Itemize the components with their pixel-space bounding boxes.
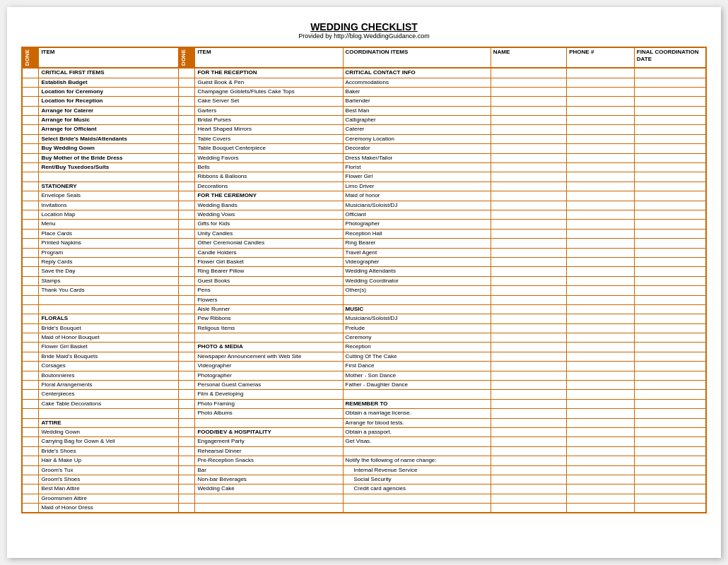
phone-cell[interactable] xyxy=(567,78,635,87)
final-cell[interactable] xyxy=(634,295,706,304)
done-cell-1[interactable] xyxy=(22,276,39,285)
phone-cell[interactable] xyxy=(567,97,635,106)
final-cell[interactable] xyxy=(634,68,706,78)
done-cell-2[interactable] xyxy=(178,456,195,465)
phone-cell[interactable] xyxy=(567,475,635,484)
done-cell-2[interactable] xyxy=(178,504,195,513)
done-cell-2[interactable] xyxy=(178,220,195,229)
name-cell[interactable] xyxy=(491,352,567,361)
done-cell-1[interactable] xyxy=(22,437,39,446)
final-cell[interactable] xyxy=(634,144,706,153)
final-cell[interactable] xyxy=(634,409,706,418)
done-cell-2[interactable] xyxy=(178,304,195,314)
done-cell-2[interactable] xyxy=(178,494,195,503)
phone-cell[interactable] xyxy=(567,220,635,229)
final-cell[interactable] xyxy=(634,494,706,503)
phone-cell[interactable] xyxy=(567,106,635,115)
final-cell[interactable] xyxy=(634,304,706,314)
done-cell-2[interactable] xyxy=(178,134,195,143)
name-cell[interactable] xyxy=(491,314,567,323)
done-cell-1[interactable] xyxy=(22,504,39,513)
final-cell[interactable] xyxy=(634,362,706,371)
name-cell[interactable] xyxy=(491,125,567,134)
name-cell[interactable] xyxy=(491,257,567,266)
name-cell[interactable] xyxy=(491,68,567,78)
final-cell[interactable] xyxy=(634,172,706,182)
name-cell[interactable] xyxy=(491,343,567,352)
name-cell[interactable] xyxy=(491,295,567,304)
done-cell-1[interactable] xyxy=(22,182,39,191)
phone-cell[interactable] xyxy=(567,504,635,513)
name-cell[interactable] xyxy=(491,504,567,513)
name-cell[interactable] xyxy=(491,418,567,427)
final-cell[interactable] xyxy=(634,399,706,408)
done-cell-1[interactable] xyxy=(22,446,39,456)
done-cell-2[interactable] xyxy=(178,381,195,390)
final-cell[interactable] xyxy=(634,239,706,248)
done-cell-1[interactable] xyxy=(22,295,39,304)
done-cell-1[interactable] xyxy=(22,210,39,219)
final-cell[interactable] xyxy=(634,210,706,219)
name-cell[interactable] xyxy=(491,78,567,87)
phone-cell[interactable] xyxy=(567,343,635,352)
final-cell[interactable] xyxy=(634,134,706,143)
phone-cell[interactable] xyxy=(567,333,635,343)
done-cell-1[interactable] xyxy=(22,314,39,323)
done-cell-2[interactable] xyxy=(178,276,195,285)
name-cell[interactable] xyxy=(491,182,567,191)
phone-cell[interactable] xyxy=(567,295,635,304)
done-cell-1[interactable] xyxy=(22,267,39,276)
phone-cell[interactable] xyxy=(567,210,635,219)
final-cell[interactable] xyxy=(634,257,706,266)
name-cell[interactable] xyxy=(491,172,567,182)
name-cell[interactable] xyxy=(491,229,567,238)
phone-cell[interactable] xyxy=(567,418,635,427)
name-cell[interactable] xyxy=(491,144,567,153)
final-cell[interactable] xyxy=(634,323,706,333)
done-cell-1[interactable] xyxy=(22,68,39,78)
name-cell[interactable] xyxy=(491,323,567,333)
final-cell[interactable] xyxy=(634,352,706,361)
done-cell-2[interactable] xyxy=(178,418,195,427)
final-cell[interactable] xyxy=(634,446,706,456)
final-cell[interactable] xyxy=(634,456,706,465)
done-cell-2[interactable] xyxy=(178,484,195,494)
done-cell-2[interactable] xyxy=(178,106,195,115)
final-cell[interactable] xyxy=(634,201,706,210)
phone-cell[interactable] xyxy=(567,248,635,257)
phone-cell[interactable] xyxy=(567,427,635,436)
final-cell[interactable] xyxy=(634,116,706,125)
done-cell-1[interactable] xyxy=(22,239,39,248)
done-cell-1[interactable] xyxy=(22,484,39,494)
final-cell[interactable] xyxy=(634,87,706,96)
done-cell-2[interactable] xyxy=(178,163,195,172)
done-cell-2[interactable] xyxy=(178,409,195,418)
done-cell-2[interactable] xyxy=(178,210,195,219)
name-cell[interactable] xyxy=(491,475,567,484)
done-cell-2[interactable] xyxy=(178,437,195,446)
phone-cell[interactable] xyxy=(567,276,635,285)
name-cell[interactable] xyxy=(491,201,567,210)
phone-cell[interactable] xyxy=(567,484,635,494)
done-cell-2[interactable] xyxy=(178,314,195,323)
done-cell-2[interactable] xyxy=(178,475,195,484)
phone-cell[interactable] xyxy=(567,153,635,162)
done-cell-2[interactable] xyxy=(178,267,195,276)
done-cell-1[interactable] xyxy=(22,116,39,125)
done-cell-2[interactable] xyxy=(178,144,195,153)
done-cell-2[interactable] xyxy=(178,323,195,333)
phone-cell[interactable] xyxy=(567,116,635,125)
done-cell-2[interactable] xyxy=(178,257,195,266)
done-cell-2[interactable] xyxy=(178,201,195,210)
done-cell-2[interactable] xyxy=(178,390,195,399)
final-cell[interactable] xyxy=(634,475,706,484)
name-cell[interactable] xyxy=(491,210,567,219)
done-cell-2[interactable] xyxy=(178,295,195,304)
done-cell-1[interactable] xyxy=(22,257,39,266)
done-cell-2[interactable] xyxy=(178,172,195,182)
phone-cell[interactable] xyxy=(567,172,635,182)
name-cell[interactable] xyxy=(491,87,567,96)
phone-cell[interactable] xyxy=(567,465,635,475)
done-cell-1[interactable] xyxy=(22,106,39,115)
done-cell-2[interactable] xyxy=(178,399,195,408)
